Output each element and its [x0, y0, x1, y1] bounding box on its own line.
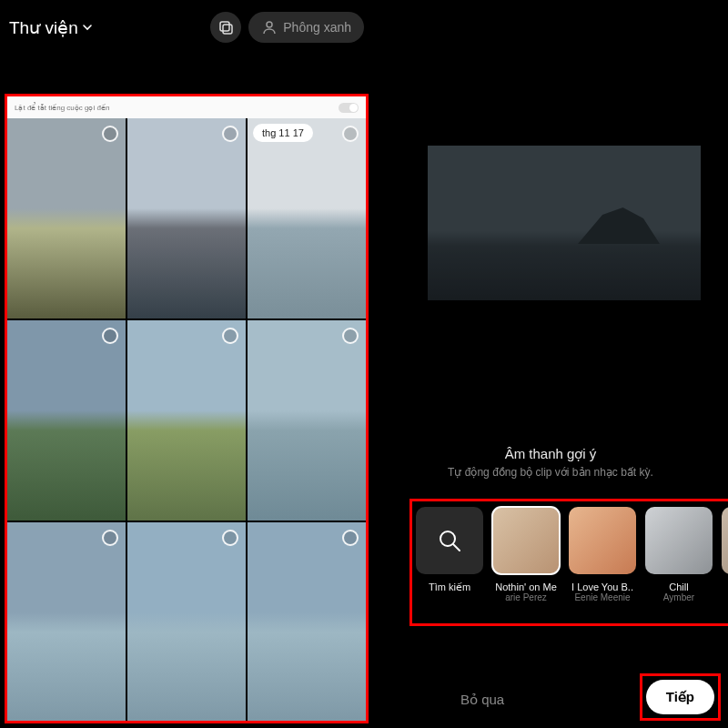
select-circle-icon[interactable] [342, 328, 359, 344]
green-screen-label: Phông xanh [283, 20, 351, 35]
sound-track[interactable]: I Love You B..Eenie Meenie [569, 507, 636, 618]
sound-section-header: Âm thanh gợi ý Tự động đồng bộ clip với … [373, 446, 728, 479]
select-circle-icon[interactable] [222, 530, 238, 546]
svg-rect-0 [220, 22, 229, 31]
person-icon [261, 19, 278, 35]
stack-icon [217, 19, 234, 35]
select-circle-icon[interactable] [102, 126, 118, 142]
gallery-item[interactable]: thg 11 17 [248, 118, 366, 318]
select-circle-icon[interactable] [102, 328, 118, 344]
gallery-item[interactable] [248, 320, 366, 521]
sound-title: Âm thanh gợi ý [373, 446, 728, 462]
track-cover [569, 507, 636, 574]
track-cover [645, 507, 713, 574]
track-artist: Nic [722, 592, 728, 602]
select-circle-icon[interactable] [342, 530, 359, 546]
track-title: S [722, 581, 728, 592]
search-icon [436, 527, 463, 554]
gallery-item[interactable] [127, 320, 246, 521]
sound-tracks-region: Tìm kiếmNothin' on Mearie PerezI Love Yo… [410, 499, 728, 626]
gallery-item[interactable] [7, 118, 126, 318]
gallery-item[interactable] [7, 522, 126, 723]
library-label: Thư viện [9, 17, 78, 38]
track-title: I Love You B.. [569, 581, 636, 592]
track-cover [492, 507, 560, 574]
select-circle-icon[interactable] [342, 126, 359, 142]
gallery-item[interactable] [7, 320, 126, 521]
sound-subtitle: Tự động đồng bộ clip với bản nhạc bất kỳ… [373, 466, 728, 479]
gallery-grid-region: Lật để tắt tiếng cuộc gọi đến thg 11 17 [5, 94, 369, 723]
track-artist: arie Perez [492, 592, 560, 602]
sound-track[interactable]: ChillAymber [645, 507, 713, 618]
track-artist: Aymber [645, 592, 713, 602]
track-title: Chill [645, 581, 713, 592]
track-artist: Eenie Meenie [569, 592, 636, 602]
next-button-highlight: Tiếp [640, 673, 721, 721]
next-button[interactable]: Tiếp [646, 680, 714, 714]
track-title: Nothin' on Me [492, 581, 560, 592]
gallery-item[interactable] [127, 118, 246, 318]
settings-strip-label: Lật để tắt tiếng cuộc gọi đến [15, 104, 109, 112]
mute-toggle[interactable] [339, 103, 359, 113]
gallery-header: Thư viện Phông xanh [0, 7, 373, 47]
search-cover [416, 507, 483, 574]
date-badge: thg 11 17 [253, 124, 313, 142]
svg-rect-1 [223, 25, 232, 34]
settings-strip: Lật để tắt tiếng cuộc gọi đến [7, 96, 366, 118]
select-circle-icon[interactable] [102, 530, 118, 546]
sound-track[interactable]: Nothin' on Mearie Perez [492, 507, 560, 618]
chevron-down-icon [82, 22, 93, 33]
skip-button[interactable]: Bỏ qua [460, 692, 504, 708]
library-dropdown[interactable]: Thư viện [9, 17, 93, 38]
track-cover [722, 507, 728, 574]
green-screen-button[interactable]: Phông xanh [248, 12, 364, 43]
multi-select-button[interactable] [210, 12, 241, 43]
select-circle-icon[interactable] [222, 328, 238, 344]
sound-track[interactable]: SNic [722, 507, 728, 618]
gallery-item[interactable] [248, 522, 366, 723]
select-circle-icon[interactable] [222, 126, 238, 142]
video-preview[interactable] [428, 146, 701, 300]
svg-point-2 [267, 22, 272, 27]
track-title: Tìm kiếm [416, 581, 483, 593]
gallery-item[interactable] [127, 522, 246, 723]
search-track-button[interactable]: Tìm kiếm [416, 507, 483, 618]
